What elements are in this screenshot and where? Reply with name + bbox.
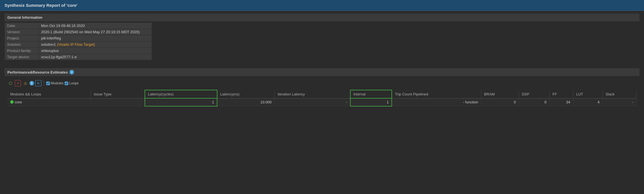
- warning-icon[interactable]: ⚠: [22, 80, 28, 86]
- col-header-lut: LUT: [573, 90, 602, 98]
- col-header-iteration: Iteration Latency: [275, 90, 350, 98]
- info-row: Target device:xcvu11p-flga2577-1-e: [5, 54, 152, 60]
- info-value: 2020.1 (Build 2902540 on Wed May 27 20:1…: [39, 29, 152, 35]
- percent-icon[interactable]: %: [35, 80, 41, 86]
- cell-interval: 1: [350, 98, 392, 106]
- info-b-icon[interactable]: i: [29, 81, 34, 85]
- window-title: Synthesis Summary Report of 'core': [0, 0, 644, 11]
- table-row: core110.000-1- function00344-: [7, 98, 637, 106]
- info-row: Solution:solution1 (Vivado IP Flow Targe…: [5, 41, 152, 48]
- info-row: Product family:virtexuplus: [5, 48, 152, 54]
- modules-checkbox[interactable]: [46, 82, 50, 85]
- info-row: Date:Mon Oct 19 09:46:16 2020: [5, 23, 152, 29]
- performance-section: Performance&Resource Estimates i ⬡ ✕ ⚠ i…: [0, 65, 644, 109]
- info-value: xcvu11p-flga2577-1-e: [39, 54, 152, 60]
- col-header-slack: Slack: [603, 90, 637, 98]
- col-header-latency-cycles: Latency(cycles): [145, 90, 217, 98]
- general-info-section: General Information Date:Mon Oct 19 09:4…: [0, 11, 644, 63]
- general-info-table: Date:Mon Oct 19 09:46:16 2020Version:202…: [5, 22, 152, 60]
- cell-trip-count: - function: [392, 98, 481, 106]
- info-label: Version:: [5, 29, 39, 35]
- info-row: Version:2020.1 (Build 2902540 on Wed May…: [5, 29, 152, 35]
- col-header-dsp: DSP: [519, 90, 549, 98]
- info-label: Date:: [5, 23, 39, 29]
- performance-toolbar: ⬡ ✕ ⚠ i % Modules Loops: [5, 78, 639, 88]
- info-label: Product family:: [5, 48, 39, 54]
- cell-issue-type: [91, 98, 145, 106]
- table-header-row: Modules && Loops Issue Type Latency(cycl…: [7, 90, 637, 98]
- performance-table-wrapper: Modules && Loops Issue Type Latency(cycl…: [5, 90, 639, 107]
- performance-header: Performance&Resource Estimates i: [5, 68, 639, 76]
- cell-lut: 4: [573, 98, 602, 106]
- info-value: pill-InferReg: [39, 35, 152, 41]
- cell-bram: 0: [481, 98, 519, 106]
- col-header-trip: Trip Count Pipelined: [392, 90, 481, 98]
- crosshair-icon[interactable]: ✕: [15, 80, 21, 86]
- info-value: solution1 (Vivado IP Flow Target): [39, 41, 152, 48]
- col-header-interval: Interval: [350, 90, 392, 98]
- info-row: Project:pill-InferReg: [5, 35, 152, 41]
- info-label: Target device:: [5, 54, 39, 60]
- vivado-link[interactable]: (Vivado IP Flow Target): [57, 42, 95, 47]
- loops-checkbox-label[interactable]: Loops: [65, 81, 79, 85]
- info-label: Project:: [5, 35, 39, 41]
- performance-table: Modules && Loops Issue Type Latency(cycl…: [7, 90, 637, 107]
- col-header-latency-ns: Latency(ns): [217, 90, 275, 98]
- col-header-issue: Issue Type: [91, 90, 145, 98]
- cell-dsp: 0: [519, 98, 549, 106]
- cell-latency-ns: 10.000: [217, 98, 275, 106]
- col-header-bram: BRAM: [481, 90, 519, 98]
- col-header-ff: FF: [550, 90, 573, 98]
- info-value: Mon Oct 19 09:46:16 2020: [39, 23, 152, 29]
- status-dot: [10, 100, 14, 104]
- col-header-modules: Modules && Loops: [7, 90, 91, 98]
- info-label: Solution:: [5, 41, 39, 48]
- cell-iteration-latency: -: [275, 98, 350, 106]
- cell-module-name: core: [7, 98, 91, 106]
- modules-checkbox-label[interactable]: Modules: [46, 81, 63, 85]
- toolbar-divider: [44, 81, 44, 86]
- general-info-header: General Information: [5, 14, 639, 21]
- cell-latency-cycles: 1: [145, 98, 217, 106]
- module-name: core: [15, 100, 22, 104]
- tree-icon[interactable]: ⬡: [7, 80, 14, 86]
- info-icon: i: [69, 70, 74, 74]
- cell-slack: -: [603, 98, 637, 106]
- loops-checkbox[interactable]: [65, 82, 68, 85]
- info-value: virtexuplus: [39, 48, 152, 54]
- cell-ff: 34: [550, 98, 573, 106]
